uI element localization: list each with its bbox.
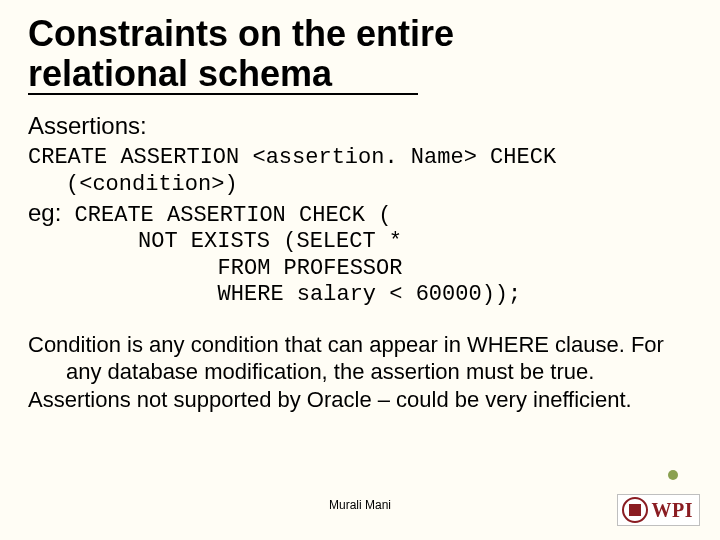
example-line1: eg: CREATE ASSERTION CHECK ( (28, 198, 692, 229)
title-line1: Constraints on the entire (28, 13, 454, 54)
paragraph-oracle: Assertions not supported by Oracle – cou… (28, 386, 692, 414)
syntax-line2: (<condition>) (66, 172, 692, 198)
decorative-dot (668, 470, 678, 480)
example-code2: NOT EXISTS (SELECT * (138, 229, 692, 255)
wpi-seal-icon (622, 497, 648, 523)
example-code1: CREATE ASSERTION CHECK ( (61, 203, 391, 228)
example-code4: WHERE salary < 60000)); (178, 282, 692, 308)
slide: Constraints on the entire relational sch… (0, 0, 720, 540)
slide-body: Assertions: CREATE ASSERTION <assertion.… (28, 111, 692, 413)
paragraph-condition: Condition is any condition that can appe… (28, 331, 692, 386)
wpi-logo: WPI (617, 494, 701, 526)
assertions-heading: Assertions: (28, 111, 692, 141)
syntax-line1: CREATE ASSERTION <assertion. Name> CHECK (28, 145, 692, 171)
wpi-logo-text: WPI (652, 499, 694, 522)
slide-title: Constraints on the entire relational sch… (28, 14, 692, 109)
footer-author: Murali Mani (0, 498, 720, 512)
example-label: eg: (28, 199, 61, 226)
wpi-seal-inner (629, 504, 641, 516)
example-code3: FROM PROFESSOR (178, 256, 692, 282)
title-line2: relational schema (28, 53, 332, 94)
